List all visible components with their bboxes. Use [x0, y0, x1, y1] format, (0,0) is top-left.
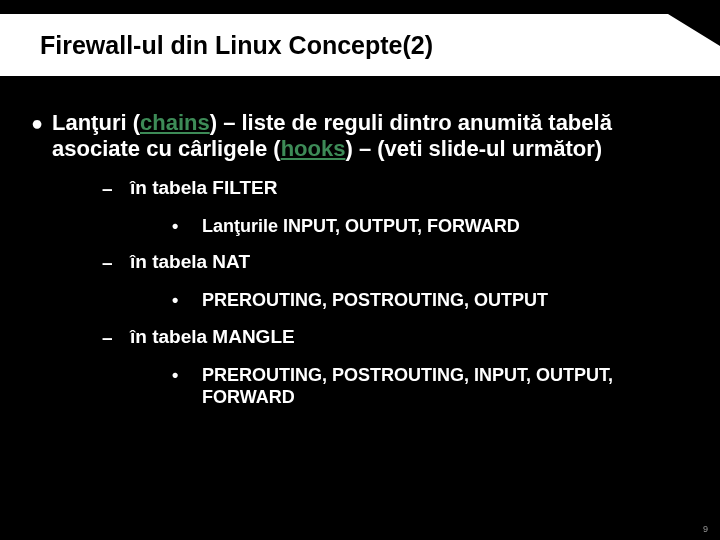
dash-icon: – — [102, 251, 130, 275]
corner-cut — [668, 14, 720, 46]
main-post: ) – (veti slide-ul următor) — [345, 136, 602, 161]
sub-filter: – în tabela FILTER — [102, 177, 698, 201]
dot-icon: • — [172, 364, 202, 386]
sub-mangle: – în tabela MANGLE — [102, 326, 698, 350]
link-hooks[interactable]: hooks — [281, 136, 346, 161]
dot-icon: • — [172, 215, 202, 237]
main-text: Lanţuri (chains) – liste de reguli dintr… — [52, 110, 698, 163]
sub-nat-text: în tabela NAT — [130, 251, 250, 274]
page-number: 9 — [703, 524, 708, 534]
sub-filter-text: în tabela FILTER — [130, 177, 277, 200]
sub-nat: – în tabela NAT — [102, 251, 698, 275]
sub-mangle-text: în tabela MANGLE — [130, 326, 295, 349]
link-chains[interactable]: chains — [140, 110, 210, 135]
bullet-dot-icon: ● — [22, 110, 52, 136]
sub-nat-chains: • PREROUTING, POSTROUTING, OUTPUT — [172, 289, 698, 312]
sub-nat-chains-text: PREROUTING, POSTROUTING, OUTPUT — [202, 289, 548, 312]
main-pre: Lanţuri ( — [52, 110, 140, 135]
dash-icon: – — [102, 326, 130, 350]
slide-content: ● Lanţuri (chains) – liste de reguli din… — [0, 100, 720, 415]
title-band: Firewall-ul din Linux Concepte(2) — [0, 14, 720, 76]
bullet-main: ● Lanţuri (chains) – liste de reguli din… — [22, 110, 698, 163]
sub-filter-chains: • Lanţurile INPUT, OUTPUT, FORWARD — [172, 215, 698, 238]
sub-mangle-chains-text: PREROUTING, POSTROUTING, INPUT, OUTPUT, … — [202, 364, 668, 409]
dash-icon: – — [102, 177, 130, 201]
slide-title: Firewall-ul din Linux Concepte(2) — [40, 31, 433, 60]
sub-filter-chains-text: Lanţurile INPUT, OUTPUT, FORWARD — [202, 215, 520, 238]
dot-icon: • — [172, 289, 202, 311]
sub-mangle-chains: • PREROUTING, POSTROUTING, INPUT, OUTPUT… — [172, 364, 698, 409]
